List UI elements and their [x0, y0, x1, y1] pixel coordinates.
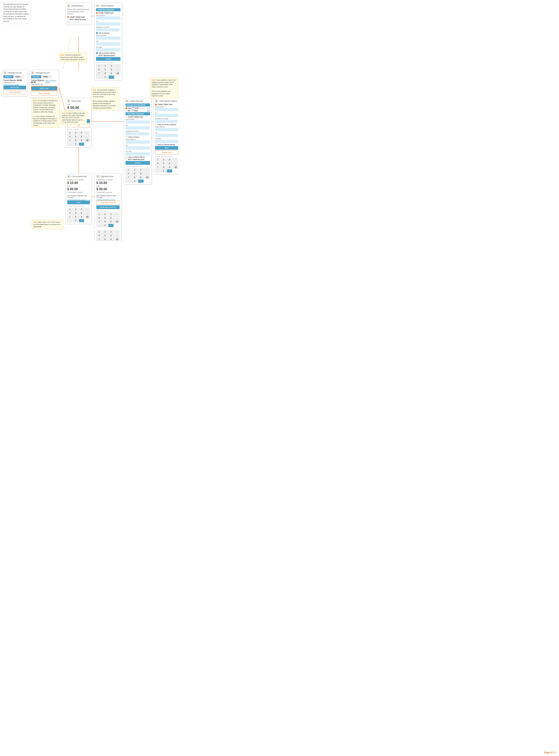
numpad-0[interactable]: 0	[132, 179, 138, 183]
radio-ach[interactable]: ACH / Bank Account	[96, 54, 120, 56]
radio-credit[interactable]: Credit / Debit Card	[155, 104, 178, 106]
numpad-confirm[interactable]: ✓	[79, 219, 84, 222]
numpad-comma[interactable]: ,	[173, 162, 178, 165]
tab-hailee[interactable]: Hailee ×	[14, 75, 24, 78]
numpad-dot[interactable]: .	[96, 224, 102, 227]
numpad-5[interactable]: 5	[161, 162, 166, 165]
numpad-8[interactable]: 8	[102, 220, 108, 223]
numpad-6[interactable]: 6	[109, 68, 114, 71]
edit-visa-link[interactable]: Edit	[147, 108, 150, 109]
checkbox-primary[interactable]: Add as Primary	[96, 32, 120, 34]
exp-mm-input[interactable]	[126, 132, 137, 136]
numpad-backspace[interactable]: ⌫	[85, 139, 90, 142]
numpad-6[interactable]: 6	[138, 172, 144, 175]
tab-brenden[interactable]: Brenden	[31, 75, 41, 78]
checkbox-default[interactable]: Save as Default Address	[155, 144, 178, 145]
cancel-link[interactable]: Cancel, Back to Account	[126, 166, 143, 167]
confirm-button[interactable]: Confirm	[126, 161, 150, 165]
checkbox-primary[interactable]: Save as Primary Payment	[155, 124, 178, 125]
radio-ach[interactable]: ACH / Bank Account	[67, 19, 90, 21]
numpad-backspace[interactable]: ⌫	[115, 72, 120, 75]
card-number-input[interactable]	[155, 108, 178, 111]
street-input[interactable]	[96, 37, 120, 40]
numpad-3[interactable]: 3	[138, 168, 144, 171]
numpad-3[interactable]: 3	[79, 131, 84, 135]
numpad-2[interactable]: 2	[102, 230, 108, 234]
view-calendar-button[interactable]: View Calendar	[31, 91, 58, 95]
numpad-9[interactable]: 9	[138, 176, 144, 179]
numpad-backspace[interactable]: ⌫	[85, 215, 90, 219]
numpad-7[interactable]: 7	[96, 220, 102, 223]
view-calendar-button[interactable]: View Calendar	[3, 90, 26, 94]
view-substatus-link[interactable]: View Substatus Status	[3, 84, 26, 86]
numpad-confirm[interactable]: ✓	[79, 142, 84, 146]
back-to-account-link[interactable]: Back to Account	[67, 21, 79, 23]
numpad-dash[interactable]: -	[114, 230, 119, 234]
numpad-5[interactable]: 5	[73, 135, 78, 138]
keep-on-button[interactable]: Keep Auto-Fund On	[96, 205, 119, 209]
numpad-6[interactable]: 6	[79, 211, 84, 215]
numpad-8[interactable]: 8	[73, 139, 78, 142]
numpad-4[interactable]: 4	[96, 234, 102, 237]
numpad-4[interactable]: 4	[67, 211, 72, 215]
city-input[interactable]	[96, 42, 120, 46]
numpad-9[interactable]: 9	[108, 220, 114, 223]
cancel-link[interactable]: Cancel, Back to Account	[67, 205, 85, 207]
numpad-5[interactable]: 5	[102, 68, 108, 71]
numpad-comma[interactable]: ,	[85, 135, 90, 138]
tab-brenden[interactable]: Brenden	[3, 75, 14, 78]
numpad-dot[interactable]: .	[155, 169, 160, 173]
back-link[interactable]: Back to Account	[96, 210, 108, 212]
numpad-backspace[interactable]: ⌫	[144, 176, 150, 179]
numpad-5[interactable]: 5	[102, 216, 108, 220]
numpad-2[interactable]: 2	[132, 168, 138, 171]
cancel-back-link[interactable]: Cancel, Back to Account	[96, 62, 113, 64]
numpad-confirm[interactable]: ✓	[167, 169, 172, 173]
numpad-8[interactable]: 8	[73, 215, 78, 219]
zip-input[interactable]	[126, 152, 150, 156]
numpad-dot[interactable]: .	[96, 75, 102, 79]
turn-off-button[interactable]: Turn Auto-Fund Off	[96, 201, 119, 205]
radio-credit[interactable]: Credit / Debit Card	[67, 16, 90, 18]
numpad-confirm[interactable]: ✓	[108, 224, 114, 227]
numpad-8[interactable]: 8	[102, 72, 108, 75]
numpad-1[interactable]: 1	[126, 168, 131, 171]
numpad-7[interactable]: 7	[96, 72, 102, 75]
numpad-1[interactable]: 1	[96, 64, 102, 68]
existing-mc[interactable]: MC ****0362 Edit	[126, 110, 150, 112]
change-payment-link[interactable]: Change Payment Account	[67, 199, 90, 201]
change-payment-link[interactable]: Change Payment Account	[96, 199, 119, 201]
numpad-dash[interactable]: -	[115, 64, 120, 68]
city-input[interactable]	[126, 146, 150, 150]
existing-visa[interactable]: Visa ****1234 (Primary) Edit	[126, 107, 150, 109]
numpad-7[interactable]: 7	[96, 238, 102, 241]
numpad-8[interactable]: 8	[132, 176, 138, 179]
numpad-0[interactable]: 0	[102, 224, 108, 227]
zip-input[interactable]	[96, 48, 120, 51]
numpad-2[interactable]: 2	[161, 158, 166, 161]
zip-input[interactable]	[155, 140, 178, 143]
numpad-8[interactable]: 8	[102, 238, 108, 241]
add-funds-button[interactable]: Add Funds	[31, 86, 58, 91]
street-input[interactable]	[155, 128, 178, 131]
cvv-input[interactable]	[96, 22, 120, 26]
numpad-5[interactable]: 5	[102, 234, 108, 237]
numpad-2[interactable]: 2	[73, 208, 78, 211]
numpad-dash[interactable]: -	[144, 168, 150, 171]
exp-yy-input[interactable]	[109, 28, 119, 31]
cvv-input[interactable]	[126, 127, 150, 130]
numpad-5[interactable]: 5	[73, 211, 78, 215]
numpad-backspace[interactable]: ⌫	[114, 238, 119, 241]
numpad-comma[interactable]: ,	[114, 216, 119, 220]
numpad-9[interactable]: 9	[167, 165, 172, 169]
numpad-6[interactable]: 6	[79, 135, 84, 138]
delete-card-button[interactable]: Delete Card	[155, 151, 178, 155]
numpad-9[interactable]: 9	[79, 215, 84, 219]
numpad-dash[interactable]: -	[173, 158, 178, 161]
cancel-link[interactable]: Cancel, Back to Account	[155, 156, 173, 157]
numpad-9[interactable]: 9	[108, 238, 114, 241]
numpad-7[interactable]: 7	[67, 139, 72, 142]
numpad-confirm[interactable]: ✓	[109, 75, 114, 79]
numpad-2[interactable]: 2	[102, 64, 108, 68]
save-button[interactable]: Save	[67, 201, 90, 204]
